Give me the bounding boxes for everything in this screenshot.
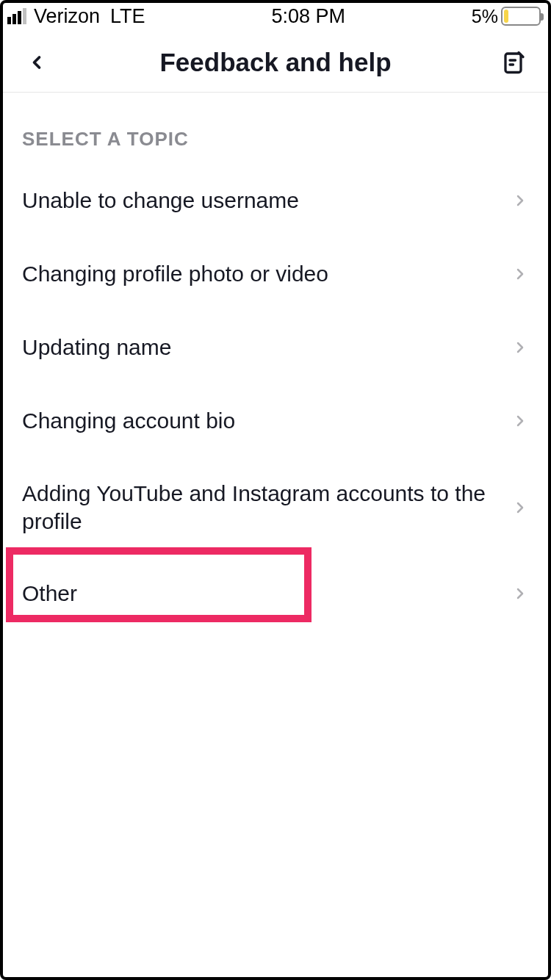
carrier-label: Verizon — [34, 5, 100, 28]
topic-row-updating-name[interactable]: Updating name — [0, 311, 551, 384]
clock-label: 5:08 PM — [271, 5, 345, 28]
topic-label: Unable to change username — [22, 187, 314, 215]
section-header: SELECT A TOPIC — [0, 93, 551, 164]
topic-row-adding-youtube-instagram[interactable]: Adding YouTube and Instagram accounts to… — [0, 458, 551, 557]
battery-percent-label: 5% — [472, 6, 498, 27]
topic-label: Other — [22, 580, 92, 608]
topic-list: Unable to change username Changing profi… — [0, 164, 551, 630]
status-right: 5% — [472, 6, 541, 27]
topic-row-changing-account-bio[interactable]: Changing account bio — [0, 384, 551, 458]
svg-rect-0 — [505, 54, 521, 73]
back-button[interactable] — [21, 46, 53, 79]
status-bar: Verizon LTE 5:08 PM 5% — [0, 0, 551, 32]
topic-label: Changing profile photo or video — [22, 260, 343, 288]
nav-bar: Feedback and help — [0, 32, 551, 93]
topic-label: Adding YouTube and Instagram accounts to… — [22, 480, 511, 535]
status-left: Verizon LTE — [7, 5, 145, 28]
topic-row-changing-profile-photo[interactable]: Changing profile photo or video — [0, 237, 551, 311]
chevron-right-icon — [511, 585, 529, 602]
topic-row-unable-to-change-username[interactable]: Unable to change username — [0, 164, 551, 237]
compose-icon — [501, 49, 527, 76]
signal-icon — [7, 8, 26, 24]
battery-icon — [501, 7, 541, 26]
topic-label: Changing account bio — [22, 407, 250, 435]
compose-button[interactable] — [498, 46, 530, 79]
chevron-right-icon — [511, 265, 529, 283]
page-title: Feedback and help — [159, 48, 391, 77]
chevron-right-icon — [511, 499, 529, 516]
chevron-right-icon — [511, 192, 529, 209]
chevron-left-icon — [26, 52, 47, 73]
chevron-right-icon — [511, 412, 529, 430]
topic-row-other[interactable]: Other — [0, 557, 551, 630]
topic-label: Updating name — [22, 334, 186, 361]
network-label: LTE — [110, 5, 145, 28]
chevron-right-icon — [511, 339, 529, 356]
